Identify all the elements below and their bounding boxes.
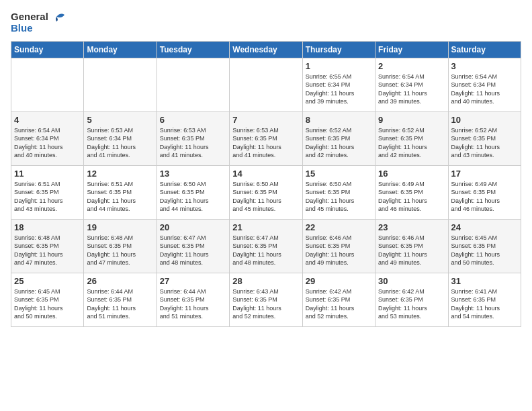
calendar-cell: 2Sunrise: 6:54 AM Sunset: 6:34 PM Daylig… — [375, 58, 448, 111]
week-row-5: 25Sunrise: 6:45 AM Sunset: 6:35 PM Dayli… — [11, 273, 521, 326]
day-info: Sunrise: 6:47 AM Sunset: 6:35 PM Dayligh… — [232, 234, 299, 267]
calendar-cell: 17Sunrise: 6:49 AM Sunset: 6:35 PM Dayli… — [448, 165, 521, 219]
calendar-cell: 16Sunrise: 6:49 AM Sunset: 6:35 PM Dayli… — [375, 165, 448, 219]
day-number: 22 — [306, 222, 372, 232]
calendar-cell: 7Sunrise: 6:53 AM Sunset: 6:35 PM Daylig… — [230, 111, 302, 165]
day-number: 6 — [160, 115, 226, 125]
day-number: 14 — [232, 169, 299, 179]
day-number: 18 — [14, 222, 81, 232]
day-number: 17 — [451, 169, 518, 179]
calendar-cell: 21Sunrise: 6:47 AM Sunset: 6:35 PM Dayli… — [230, 219, 302, 273]
calendar-cell: 13Sunrise: 6:50 AM Sunset: 6:35 PM Dayli… — [157, 165, 229, 219]
day-number: 25 — [14, 276, 81, 286]
day-info: Sunrise: 6:50 AM Sunset: 6:35 PM Dayligh… — [306, 180, 372, 214]
logo-bird-icon — [50, 11, 64, 23]
day-number: 26 — [87, 276, 153, 286]
day-info: Sunrise: 6:46 AM Sunset: 6:35 PM Dayligh… — [306, 234, 372, 267]
day-info: Sunrise: 6:48 AM Sunset: 6:35 PM Dayligh… — [87, 234, 153, 267]
calendar-cell: 18Sunrise: 6:48 AM Sunset: 6:35 PM Dayli… — [11, 219, 84, 273]
day-info: Sunrise: 6:52 AM Sunset: 6:35 PM Dayligh… — [306, 126, 372, 160]
logo: General Blue — [11, 11, 64, 34]
calendar-cell: 3Sunrise: 6:54 AM Sunset: 6:34 PM Daylig… — [448, 58, 521, 111]
week-row-3: 11Sunrise: 6:51 AM Sunset: 6:35 PM Dayli… — [11, 165, 521, 219]
week-row-4: 18Sunrise: 6:48 AM Sunset: 6:35 PM Dayli… — [11, 219, 521, 273]
day-number: 2 — [378, 61, 445, 71]
day-header-sunday: Sunday — [11, 41, 84, 58]
week-row-2: 4Sunrise: 6:54 AM Sunset: 6:34 PM Daylig… — [11, 111, 521, 165]
calendar-cell: 30Sunrise: 6:42 AM Sunset: 6:35 PM Dayli… — [375, 273, 448, 326]
calendar-cell — [157, 58, 229, 111]
calendar-cell: 10Sunrise: 6:52 AM Sunset: 6:35 PM Dayli… — [448, 111, 521, 165]
day-info: Sunrise: 6:52 AM Sunset: 6:35 PM Dayligh… — [451, 126, 518, 160]
day-number: 7 — [232, 115, 299, 125]
calendar-cell: 9Sunrise: 6:52 AM Sunset: 6:35 PM Daylig… — [375, 111, 448, 165]
day-info: Sunrise: 6:45 AM Sunset: 6:35 PM Dayligh… — [14, 287, 81, 321]
calendar-cell: 28Sunrise: 6:43 AM Sunset: 6:35 PM Dayli… — [230, 273, 302, 326]
calendar-cell: 11Sunrise: 6:51 AM Sunset: 6:35 PM Dayli… — [11, 165, 84, 219]
calendar-cell: 26Sunrise: 6:44 AM Sunset: 6:35 PM Dayli… — [84, 273, 157, 326]
calendar-cell: 6Sunrise: 6:53 AM Sunset: 6:35 PM Daylig… — [157, 111, 229, 165]
day-number: 19 — [87, 222, 153, 232]
days-header-row: SundayMondayTuesdayWednesdayThursdayFrid… — [11, 41, 521, 58]
day-info: Sunrise: 6:49 AM Sunset: 6:35 PM Dayligh… — [378, 180, 445, 214]
logo-container: General Blue — [11, 11, 64, 34]
day-number: 3 — [451, 61, 518, 71]
day-number: 21 — [232, 222, 299, 232]
day-number: 5 — [87, 115, 153, 125]
day-info: Sunrise: 6:48 AM Sunset: 6:35 PM Dayligh… — [14, 234, 81, 267]
calendar-cell: 25Sunrise: 6:45 AM Sunset: 6:35 PM Dayli… — [11, 273, 84, 326]
day-header-friday: Friday — [375, 41, 448, 58]
day-info: Sunrise: 6:45 AM Sunset: 6:35 PM Dayligh… — [451, 234, 518, 267]
day-info: Sunrise: 6:52 AM Sunset: 6:35 PM Dayligh… — [378, 126, 445, 160]
day-number: 30 — [378, 276, 445, 286]
calendar-cell: 19Sunrise: 6:48 AM Sunset: 6:35 PM Dayli… — [84, 219, 157, 273]
calendar-cell — [84, 58, 157, 111]
day-info: Sunrise: 6:42 AM Sunset: 6:35 PM Dayligh… — [378, 287, 445, 321]
day-number: 8 — [306, 115, 372, 125]
day-info: Sunrise: 6:54 AM Sunset: 6:34 PM Dayligh… — [378, 73, 445, 106]
day-info: Sunrise: 6:44 AM Sunset: 6:35 PM Dayligh… — [160, 287, 226, 321]
day-number: 28 — [232, 276, 299, 286]
day-number: 16 — [378, 169, 445, 179]
calendar-cell: 12Sunrise: 6:51 AM Sunset: 6:35 PM Dayli… — [84, 165, 157, 219]
day-info: Sunrise: 6:47 AM Sunset: 6:35 PM Dayligh… — [160, 234, 226, 267]
day-info: Sunrise: 6:50 AM Sunset: 6:35 PM Dayligh… — [232, 180, 299, 214]
logo-general-text: General — [11, 11, 48, 23]
calendar-cell: 15Sunrise: 6:50 AM Sunset: 6:35 PM Dayli… — [302, 165, 375, 219]
day-number: 24 — [451, 222, 518, 232]
day-header-monday: Monday — [84, 41, 157, 58]
calendar-cell: 29Sunrise: 6:42 AM Sunset: 6:35 PM Dayli… — [302, 273, 375, 326]
calendar-cell: 22Sunrise: 6:46 AM Sunset: 6:35 PM Dayli… — [302, 219, 375, 273]
calendar-cell: 20Sunrise: 6:47 AM Sunset: 6:35 PM Dayli… — [157, 219, 229, 273]
day-info: Sunrise: 6:53 AM Sunset: 6:35 PM Dayligh… — [160, 126, 226, 160]
calendar-cell — [11, 58, 84, 111]
day-number: 31 — [451, 276, 518, 286]
day-info: Sunrise: 6:50 AM Sunset: 6:35 PM Dayligh… — [160, 180, 226, 214]
day-header-saturday: Saturday — [448, 41, 521, 58]
calendar-table: SundayMondayTuesdayWednesdayThursdayFrid… — [11, 41, 521, 327]
day-info: Sunrise: 6:49 AM Sunset: 6:35 PM Dayligh… — [451, 180, 518, 214]
day-number: 13 — [160, 169, 226, 179]
day-header-thursday: Thursday — [302, 41, 375, 58]
day-info: Sunrise: 6:51 AM Sunset: 6:35 PM Dayligh… — [14, 180, 81, 214]
calendar-cell: 31Sunrise: 6:41 AM Sunset: 6:35 PM Dayli… — [448, 273, 521, 326]
logo-blue-text: Blue — [11, 23, 33, 34]
day-number: 4 — [14, 115, 81, 125]
day-number: 15 — [306, 169, 372, 179]
day-info: Sunrise: 6:42 AM Sunset: 6:35 PM Dayligh… — [306, 287, 372, 321]
day-info: Sunrise: 6:55 AM Sunset: 6:34 PM Dayligh… — [306, 73, 372, 106]
calendar-cell: 23Sunrise: 6:46 AM Sunset: 6:35 PM Dayli… — [375, 219, 448, 273]
day-header-wednesday: Wednesday — [230, 41, 302, 58]
day-info: Sunrise: 6:54 AM Sunset: 6:34 PM Dayligh… — [451, 73, 518, 106]
calendar-cell: 8Sunrise: 6:52 AM Sunset: 6:35 PM Daylig… — [302, 111, 375, 165]
day-number: 9 — [378, 115, 445, 125]
day-number: 20 — [160, 222, 226, 232]
day-number: 1 — [306, 61, 372, 71]
day-number: 23 — [378, 222, 445, 232]
calendar-cell: 1Sunrise: 6:55 AM Sunset: 6:34 PM Daylig… — [302, 58, 375, 111]
header: General Blue — [11, 11, 521, 34]
day-number: 29 — [306, 276, 372, 286]
day-info: Sunrise: 6:54 AM Sunset: 6:34 PM Dayligh… — [14, 126, 81, 160]
day-info: Sunrise: 6:46 AM Sunset: 6:35 PM Dayligh… — [378, 234, 445, 267]
week-row-1: 1Sunrise: 6:55 AM Sunset: 6:34 PM Daylig… — [11, 58, 521, 111]
